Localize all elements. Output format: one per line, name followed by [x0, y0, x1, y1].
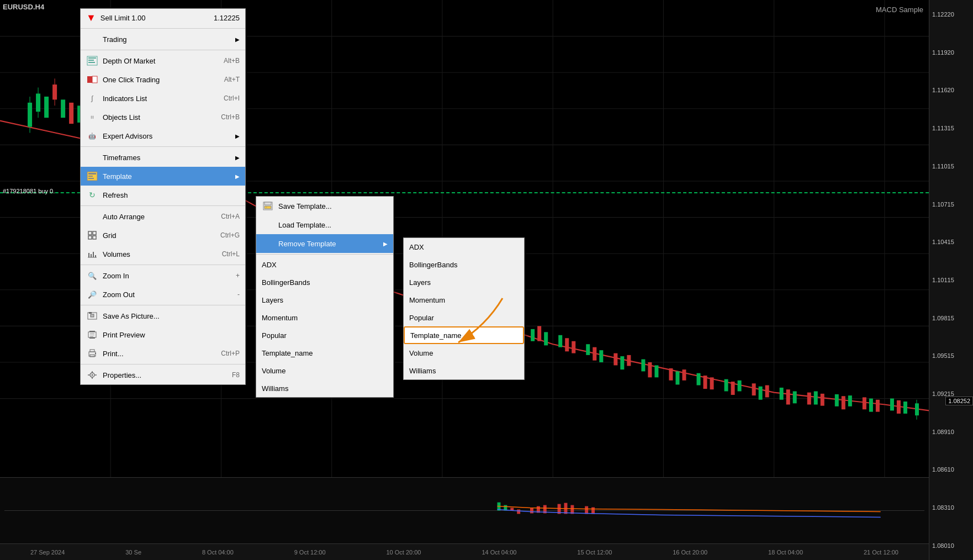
- svg-rect-27: [69, 103, 73, 124]
- menu-item-label: Template: [103, 172, 232, 181]
- menu-item-expert-advisors[interactable]: 🤖 Expert Advisors ▶: [81, 126, 245, 145]
- menu-item-load-template[interactable]: Load Template...: [256, 215, 393, 234]
- menu-item-rm-williams[interactable]: Williams: [404, 362, 524, 379]
- svg-rect-47: [648, 362, 652, 377]
- menu-item-rm-bollinger[interactable]: BollingerBands: [404, 256, 524, 273]
- time-label: 30 Se: [125, 549, 141, 556]
- menu-item-save-template[interactable]: T Save Template...: [256, 197, 393, 215]
- menu-item-zoom-in[interactable]: 🔍 Zoom In +: [81, 266, 245, 285]
- svg-rect-93: [88, 60, 94, 61]
- menu-item-tmpl-popular[interactable]: Popular: [256, 326, 393, 344]
- menu-item-one-click-trading[interactable]: One Click Trading Alt+T: [81, 70, 245, 89]
- context-menu-main: ▼ Sell Limit 1.00 1.12225 Trading ▶ Dept…: [80, 8, 246, 385]
- svg-rect-82: [517, 510, 520, 514]
- menu-item-rm-layers[interactable]: Layers: [404, 273, 524, 291]
- menu-divider: [81, 305, 245, 305]
- price-level: 1.11620: [932, 87, 970, 93]
- svg-rect-49: [669, 368, 673, 381]
- removetmpl-icon: [262, 237, 274, 250]
- sell-limit-item[interactable]: ▼ Sell Limit 1.00 1.12225: [81, 9, 245, 27]
- svg-rect-117: [90, 335, 94, 335]
- menu-item-label: Popular: [409, 314, 519, 322]
- menu-item-label: Properties...: [103, 371, 226, 379]
- grid-icon: [86, 229, 98, 241]
- menu-item-print[interactable]: Print... Ctrl+P: [81, 344, 245, 363]
- menu-item-refresh[interactable]: ↻ Refresh: [81, 186, 245, 204]
- submenu-arrow-icon: ▶: [235, 155, 240, 161]
- svg-rect-72: [876, 400, 880, 412]
- menu-item-label: Grid: [103, 231, 215, 240]
- menu-item-rm-adx[interactable]: ADX: [404, 238, 524, 256]
- svg-rect-96: [92, 76, 97, 83]
- svg-rect-90: [591, 508, 595, 514]
- svg-rect-57: [738, 381, 742, 392]
- menu-item-label: Template_name: [410, 331, 517, 340]
- zoomout-icon: 🔎: [86, 288, 98, 300]
- menu-item-rm-template-name[interactable]: Template_name: [404, 326, 524, 344]
- menu-item-label: Momentum: [262, 314, 388, 322]
- menu-item-template[interactable]: Template ▶: [81, 167, 245, 186]
- menu-item-rm-popular[interactable]: Popular: [404, 309, 524, 326]
- menu-item-grid[interactable]: Grid Ctrl+G: [81, 226, 245, 245]
- svg-rect-94: [88, 62, 95, 63]
- sell-limit-price: 1.12225: [214, 14, 240, 22]
- menu-item-tmpl-adx[interactable]: ADX: [256, 256, 393, 273]
- menu-item-auto-arrange[interactable]: Auto Arrange Ctrl+A: [81, 207, 245, 226]
- menu-item-timeframes[interactable]: Timeframes ▶: [81, 148, 245, 167]
- time-label: 27 Sep 2024: [30, 549, 65, 556]
- menu-item-label: Williams: [409, 367, 519, 375]
- zoomin-icon: 🔍: [86, 270, 98, 282]
- submenu-arrow-icon: ▶: [235, 133, 240, 139]
- menu-item-label: Save As Picture...: [103, 312, 240, 320]
- sell-arrow-icon: ▼: [86, 12, 96, 24]
- menu-shortcut: +: [236, 272, 240, 279]
- menu-item-tmpl-volume[interactable]: Volume: [256, 362, 393, 379]
- menu-item-depth-of-market[interactable]: Depth Of Market Alt+B: [81, 51, 245, 70]
- svg-rect-95: [87, 76, 92, 83]
- menu-item-volumes[interactable]: Volumes Ctrl+L: [81, 245, 245, 263]
- svg-rect-39: [572, 341, 575, 353]
- menu-item-tmpl-williams[interactable]: Williams: [256, 379, 393, 397]
- svg-rect-71: [869, 399, 873, 412]
- time-label: 8 Oct 04:00: [202, 549, 234, 556]
- context-menu-remove-template: ADX BollingerBands Layers Momentum Popul…: [403, 237, 525, 380]
- price-level: 1.08310: [932, 504, 970, 511]
- menu-item-label: One Click Trading: [103, 76, 219, 84]
- menu-divider: [81, 28, 245, 29]
- menu-item-save-as-picture[interactable]: Save As Picture...: [81, 307, 245, 325]
- menu-item-label: Print Preview: [103, 331, 240, 339]
- menu-item-tmpl-momentum[interactable]: Momentum: [256, 309, 393, 326]
- svg-rect-65: [814, 391, 818, 404]
- menu-item-tmpl-layers[interactable]: Layers: [256, 291, 393, 309]
- menu-item-print-preview[interactable]: Print Preview: [81, 325, 245, 344]
- menu-shortcut: F8: [232, 371, 240, 379]
- svg-rect-46: [641, 360, 645, 372]
- menu-item-label: Popular: [262, 331, 388, 340]
- menu-item-properties[interactable]: Properties... F8: [81, 366, 245, 384]
- menu-shortcut: Ctrl+P: [221, 350, 240, 357]
- svg-rect-75: [903, 401, 907, 414]
- svg-rect-120: [90, 350, 94, 352]
- svg-rect-68: [842, 396, 845, 409]
- price-level: 1.10115: [932, 277, 970, 283]
- menu-item-remove-template[interactable]: Remove Template ▶: [256, 234, 393, 253]
- objects-icon: ⌗: [86, 111, 98, 123]
- menu-item-label: BollingerBands: [262, 278, 388, 287]
- menu-item-tmpl-bollinger[interactable]: BollingerBands: [256, 273, 393, 291]
- menu-item-indicators-list[interactable]: ∫ Indicators List Ctrl+I: [81, 89, 245, 108]
- menu-item-rm-volume[interactable]: Volume: [404, 344, 524, 362]
- macd-indicator-area: [0, 477, 929, 543]
- menu-item-trading[interactable]: Trading ▶: [81, 30, 245, 49]
- current-price-tag: 1.08252: [945, 397, 973, 405]
- svg-rect-98: [88, 173, 96, 175]
- menu-item-label: Remove Template: [278, 240, 380, 248]
- menu-item-tmpl-template-name[interactable]: Template_name: [256, 344, 393, 362]
- menu-item-label: Refresh: [103, 191, 240, 199]
- menu-item-objects-list[interactable]: ⌗ Objects List Ctrl+B: [81, 108, 245, 126]
- svg-rect-69: [848, 395, 852, 406]
- menu-item-zoom-out[interactable]: 🔎 Zoom Out -: [81, 285, 245, 304]
- menu-item-rm-momentum[interactable]: Momentum: [404, 291, 524, 309]
- svg-rect-62: [786, 389, 790, 404]
- expert-icon: 🤖: [86, 130, 98, 142]
- svg-rect-60: [765, 385, 769, 398]
